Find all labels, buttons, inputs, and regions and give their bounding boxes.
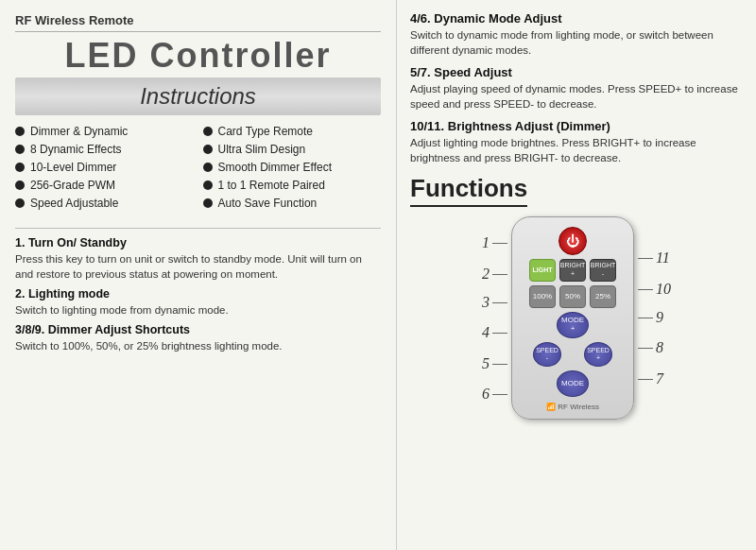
bullet-icon xyxy=(203,198,213,208)
label-1: 1 xyxy=(482,226,507,260)
power-icon: ⏻ xyxy=(566,233,579,249)
bullet-icon xyxy=(15,145,25,154)
pct50-button[interactable]: 50% xyxy=(559,285,586,308)
pct100-button[interactable]: 100% xyxy=(529,285,556,308)
mode-plus-button[interactable]: MODE+ xyxy=(557,312,589,338)
bullet-icon xyxy=(203,127,213,136)
list-item: Auto Save Function xyxy=(203,197,382,210)
remote-row-power: ⏻ xyxy=(558,227,587,255)
list-item: Dimmer & Dynamic xyxy=(15,125,194,138)
section-1: 1. Turn On/ Standby Press this key to tu… xyxy=(15,236,381,282)
pct25-button[interactable]: 25% xyxy=(590,285,616,308)
list-item: Ultra Slim Design xyxy=(203,143,382,156)
instructions-banner: Instructions xyxy=(15,77,381,115)
bullet-icon xyxy=(15,198,25,208)
remote-body: ⏻ LIGHT BRIGHT+ BRIGHT- 100% 50% 25% MOD… xyxy=(511,216,634,420)
rf-title: RF Wireless Remote xyxy=(15,13,381,32)
list-item: 10-Level Dimmer xyxy=(15,161,194,174)
list-item: Speed Adjustable xyxy=(15,197,194,210)
remote-row-mode-plus: MODE+ xyxy=(557,312,589,338)
wifi-icon: 📶 xyxy=(546,403,556,411)
remote-labels-left: 1 2 3 4 5 6 xyxy=(482,226,507,409)
list-item: Card Type Remote xyxy=(203,125,382,138)
bullet-icon xyxy=(203,145,213,154)
list-item: 256-Grade PWM xyxy=(15,179,194,192)
label-4: 4 xyxy=(482,317,507,349)
speed-minus-button[interactable]: SPEED- xyxy=(533,342,561,367)
remote-row-speed: SPEED- SPEED+ xyxy=(533,342,612,367)
label-10: 10 xyxy=(638,275,671,303)
label-8: 8 xyxy=(638,332,663,364)
features-right-col: Card Type Remote Ultra Slim Design Smoot… xyxy=(203,125,382,215)
bright-plus-button[interactable]: BRIGHT+ xyxy=(559,259,586,282)
remote-row-bright: LIGHT BRIGHT+ BRIGHT- xyxy=(529,259,616,282)
section-3: 3/8/9. Dimmer Adjust Shortcuts Switch to… xyxy=(15,323,381,353)
label-2: 2 xyxy=(482,260,507,288)
label-11: 11 xyxy=(638,241,670,275)
label-9: 9 xyxy=(638,303,663,332)
light-button[interactable]: LIGHT xyxy=(529,259,556,282)
mode-button[interactable]: MODE xyxy=(557,370,589,397)
features-section: Dimmer & Dynamic 8 Dynamic Effects 10-Le… xyxy=(15,125,381,215)
remote-row-pct: 100% 50% 25% xyxy=(529,285,616,308)
remote-row-mode: MODE xyxy=(557,370,589,397)
power-button[interactable]: ⏻ xyxy=(558,227,587,255)
label-3: 3 xyxy=(482,288,507,317)
speed-plus-button[interactable]: SPEED+ xyxy=(584,342,612,367)
left-panel: RF Wireless Remote LED Controller Instru… xyxy=(0,0,397,550)
list-item: 1 to 1 Remote Paired xyxy=(203,179,382,192)
bullet-icon xyxy=(15,127,25,136)
label-7: 7 xyxy=(638,364,663,394)
led-title: LED Controller xyxy=(15,36,381,76)
remote-area: 1 2 3 4 5 6 xyxy=(410,216,743,420)
bullet-icon xyxy=(15,180,25,190)
list-item: 8 Dynamic Effects xyxy=(15,143,194,156)
right-panel: 4/6. Dynamic Mode Adjust Switch to dynam… xyxy=(397,0,756,550)
functions-title: Functions xyxy=(410,174,527,207)
rf-label: 📶 RF Wireless xyxy=(546,403,599,411)
list-item: Smooth Dimmer Effect xyxy=(203,161,382,174)
bullet-icon xyxy=(203,163,213,172)
section-5-7: 5/7. Speed Adjust Adjust playing speed o… xyxy=(410,65,743,112)
bullet-icon xyxy=(203,180,213,190)
features-left-col: Dimmer & Dynamic 8 Dynamic Effects 10-Le… xyxy=(15,125,194,215)
instructions-label: Instructions xyxy=(140,83,256,109)
label-6: 6 xyxy=(482,379,507,409)
label-5: 5 xyxy=(482,349,507,379)
section-4-6: 4/6. Dynamic Mode Adjust Switch to dynam… xyxy=(410,11,743,58)
section-10-11: 10/11. Brightness Adjust (Dimmer) Adjust… xyxy=(410,119,743,165)
bullet-icon xyxy=(15,163,25,172)
bright-minus-button[interactable]: BRIGHT- xyxy=(590,259,616,282)
remote-labels-right: 11 10 9 8 7 xyxy=(638,241,671,394)
section-2: 2. Lighting mode Switch to lighting mode… xyxy=(15,287,381,318)
